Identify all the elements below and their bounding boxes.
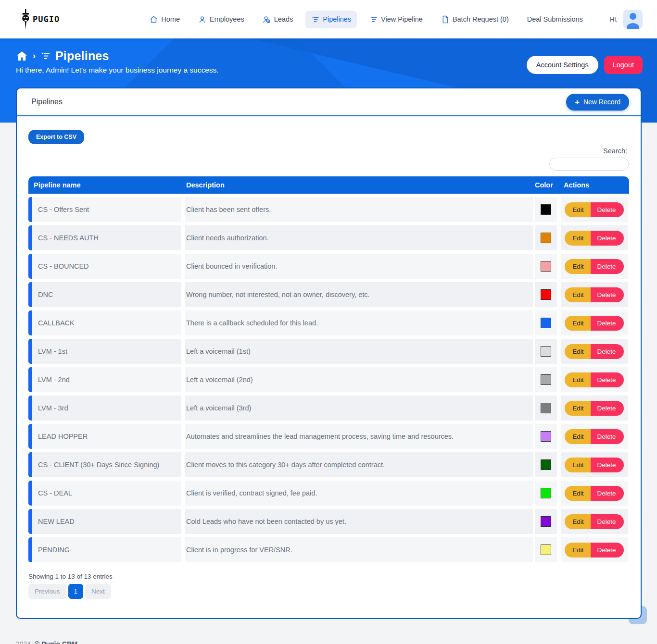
- delete-button[interactable]: Delete: [591, 514, 624, 529]
- table-row: CS - CLIENT (30+ Days Since Signing) Cli…: [28, 452, 629, 477]
- edit-button[interactable]: Edit: [565, 231, 590, 246]
- nav-item-view-pipeline[interactable]: View Pipeline: [364, 11, 429, 28]
- table-row: CS - NEEDS AUTH Client needs authorizati…: [28, 225, 629, 250]
- edit-button[interactable]: Edit: [565, 372, 590, 387]
- pipeline-description-cell: Client has been sent offers.: [185, 197, 533, 222]
- app-logo[interactable]: PUGIO: [19, 8, 123, 30]
- column-header-pipeline-name[interactable]: Pipeline name: [28, 181, 181, 189]
- footer-copyright: © Pugio CRM: [35, 640, 77, 644]
- search-label: Search:: [603, 147, 627, 155]
- delete-button[interactable]: Delete: [591, 231, 624, 246]
- pipeline-icon: [40, 51, 51, 61]
- nav-item-leads[interactable]: Leads: [257, 11, 299, 28]
- edit-button[interactable]: Edit: [565, 316, 590, 331]
- pipeline-name-cell: LVM - 2nd: [28, 367, 181, 392]
- edit-button[interactable]: Edit: [565, 344, 590, 359]
- dagger-skull-logo-icon: [19, 8, 32, 30]
- pipelines-table: Pipeline name Description Color Actions …: [28, 176, 629, 562]
- color-swatch: [541, 289, 551, 300]
- footer: 2024 © Pugio CRM: [0, 619, 657, 644]
- pipeline-name-cell: CS - BOUNCED: [28, 254, 181, 279]
- table-row: DNC Wrong number, not interested, not an…: [28, 282, 629, 307]
- delete-button[interactable]: Delete: [591, 316, 624, 331]
- delete-button[interactable]: Delete: [591, 429, 624, 444]
- pipeline-actions-cell: Edit Delete: [561, 367, 628, 392]
- edit-button[interactable]: Edit: [565, 458, 590, 472]
- edit-button[interactable]: Edit: [565, 287, 590, 302]
- column-header-color[interactable]: Color: [535, 181, 557, 189]
- pipelines-card: Pipelines + New Record Export to CSV Sea…: [16, 87, 642, 619]
- delete-button[interactable]: Delete: [591, 202, 624, 217]
- delete-button[interactable]: Delete: [591, 372, 624, 387]
- color-swatch: [541, 459, 551, 470]
- nav-item-home[interactable]: Home: [144, 11, 186, 28]
- pipeline-color-cell: [535, 225, 557, 250]
- footer-year: 2024: [16, 640, 31, 644]
- pipeline-color-cell: [535, 396, 557, 421]
- pipeline-description-cell: Client is in progress for VER/SNR.: [185, 537, 533, 562]
- page-title: Pipelines: [55, 49, 109, 63]
- pipeline-actions-cell: Edit Delete: [561, 225, 628, 250]
- pipeline-actions-cell: Edit Delete: [561, 310, 628, 335]
- nav-item-label: View Pipeline: [381, 15, 423, 23]
- search-input[interactable]: [549, 158, 629, 171]
- delete-button[interactable]: Delete: [591, 543, 624, 557]
- pipeline-color-cell: [535, 424, 557, 449]
- edit-button[interactable]: Edit: [565, 401, 590, 416]
- delete-button[interactable]: Delete: [591, 287, 624, 302]
- logout-button[interactable]: Logout: [604, 56, 643, 74]
- edit-button[interactable]: Edit: [565, 486, 590, 501]
- pipeline-actions-cell: Edit Delete: [561, 339, 628, 364]
- new-record-button[interactable]: + New Record: [566, 94, 629, 111]
- delete-button[interactable]: Delete: [591, 344, 624, 359]
- user-avatar[interactable]: [623, 10, 643, 29]
- pipeline-color-cell: [535, 339, 557, 364]
- pipeline-name-cell: LVM - 1st: [28, 339, 181, 364]
- delete-button[interactable]: Delete: [591, 458, 624, 472]
- color-swatch: [541, 204, 551, 215]
- delete-button[interactable]: Delete: [591, 401, 624, 416]
- color-swatch: [541, 516, 551, 527]
- pipeline-name-cell: NEW LEAD: [28, 509, 181, 534]
- edit-button[interactable]: Edit: [565, 259, 590, 274]
- top-navbar: PUGIO Home Employees Leads Pipelines Vie…: [0, 0, 657, 38]
- logo-text: PUGIO: [33, 14, 60, 24]
- pagination-area: Showing 1 to 13 of 13 entries Previous 1…: [28, 573, 629, 618]
- edit-button[interactable]: Edit: [565, 543, 590, 557]
- nav-item-label: Employees: [210, 15, 244, 23]
- pipeline-name-cell: CS - Offers Sent: [28, 197, 181, 222]
- color-swatch: [541, 233, 551, 243]
- column-header-description[interactable]: Description: [185, 181, 533, 189]
- nav-item-employees[interactable]: Employees: [192, 11, 250, 28]
- edit-button[interactable]: Edit: [565, 429, 590, 444]
- pipeline-color-cell: [535, 509, 557, 534]
- next-page-button[interactable]: Next: [85, 584, 111, 599]
- color-swatch: [541, 318, 551, 328]
- pipeline-color-cell: [535, 197, 557, 222]
- table-row: CS - DEAL Client is verified, contract s…: [28, 481, 629, 506]
- edit-button[interactable]: Edit: [565, 514, 590, 529]
- pipeline-color-cell: [535, 481, 557, 506]
- pipeline-name-cell: CS - DEAL: [28, 481, 181, 506]
- pipeline-name-cell: LVM - 3rd: [28, 396, 181, 421]
- color-swatch: [541, 431, 551, 442]
- new-record-label: New Record: [583, 98, 620, 106]
- account-settings-button[interactable]: Account Settings: [527, 56, 598, 74]
- nav-item-deal-submissions[interactable]: Deal Submissions: [521, 11, 589, 28]
- delete-button[interactable]: Delete: [591, 486, 624, 501]
- pipeline-description-cell: Client moves to this category 30+ days a…: [185, 452, 533, 477]
- edit-button[interactable]: Edit: [565, 202, 590, 217]
- nav-item-pipelines[interactable]: Pipelines: [305, 11, 357, 28]
- breadcrumb-separator: ›: [33, 51, 36, 61]
- export-csv-button[interactable]: Export to CSV: [28, 130, 84, 144]
- delete-button[interactable]: Delete: [591, 259, 624, 274]
- pipeline-description-cell: Left a voicemail (3rd): [185, 396, 533, 421]
- pipeline-color-cell: [535, 310, 557, 335]
- nav-item-batch-request[interactable]: Batch Request (0): [435, 11, 515, 28]
- previous-page-button[interactable]: Previous: [28, 584, 66, 599]
- greeting-text: Hi,: [610, 16, 618, 23]
- pipeline-icon: [369, 15, 378, 24]
- home-icon[interactable]: [16, 50, 28, 62]
- color-swatch: [541, 403, 551, 413]
- page-number-button[interactable]: 1: [68, 584, 84, 599]
